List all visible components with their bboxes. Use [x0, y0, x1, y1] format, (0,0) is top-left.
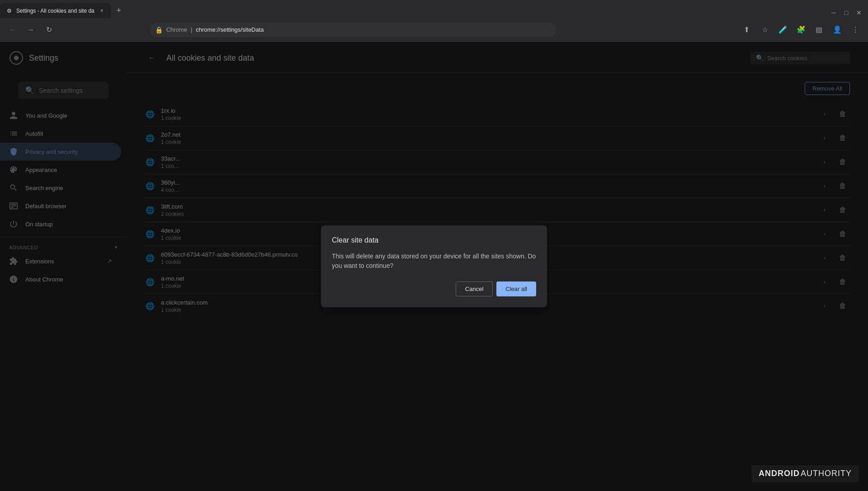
minimize-button[interactable]: ─ — [828, 7, 839, 18]
watermark: ANDROID AUTHORITY — [751, 465, 859, 482]
profile-button[interactable]: 👤 — [830, 23, 844, 37]
address-path: chrome://settings/siteData — [196, 26, 264, 33]
dialog-title: Clear site data — [332, 236, 536, 244]
clear-site-data-dialog: Clear site data This will delete any dat… — [321, 225, 547, 307]
clear-all-button[interactable]: Clear all — [496, 281, 536, 296]
tab-title: Settings - All cookies and site da — [16, 8, 94, 14]
tab-favicon: ⚙ — [5, 7, 13, 14]
bookmark-button[interactable]: ☆ — [758, 23, 772, 37]
address-separator: | — [191, 26, 192, 33]
extensions-button[interactable]: 🧩 — [794, 23, 808, 37]
dialog-overlay: Clear site data This will delete any dat… — [0, 42, 868, 491]
lock-icon: 🔒 — [155, 26, 163, 33]
sidebar-button[interactable]: ▤ — [812, 23, 826, 37]
maximize-button[interactable]: □ — [841, 7, 852, 18]
dialog-actions: Cancel Clear all — [332, 281, 536, 296]
more-button[interactable]: ⋮ — [848, 23, 863, 37]
tab-bar-right: ─ □ ✕ — [125, 7, 868, 18]
active-tab[interactable]: ⚙ Settings - All cookies and site da ✕ — [0, 3, 111, 18]
address-site: Chrome — [166, 26, 187, 33]
tab-close-button[interactable]: ✕ — [98, 7, 105, 14]
reload-button[interactable]: ↻ — [42, 23, 56, 37]
address-bar: ← → ↻ 🔒 Chrome | chrome://settings/siteD… — [0, 18, 868, 42]
back-button[interactable]: ← — [5, 23, 20, 37]
address-input-wrap[interactable]: 🔒 Chrome | chrome://settings/siteData — [150, 23, 557, 37]
forward-button[interactable]: → — [24, 23, 38, 37]
watermark-authority-text: AUTHORITY — [801, 469, 852, 478]
tab-bar: ⚙ Settings - All cookies and site da ✕ +… — [0, 0, 868, 18]
new-tab-button[interactable]: + — [113, 4, 125, 17]
cancel-button[interactable]: Cancel — [456, 281, 493, 296]
share-button[interactable]: ⬆ — [740, 23, 754, 37]
watermark-inner: ANDROID AUTHORITY — [751, 465, 859, 482]
close-window-button[interactable]: ✕ — [854, 7, 864, 18]
watermark-android-text: ANDROID — [759, 469, 800, 478]
dialog-body: This will delete any data stored on your… — [332, 252, 536, 271]
chrome-labs-button[interactable]: 🧪 — [776, 23, 790, 37]
browser-frame: ⚙ Settings - All cookies and site da ✕ +… — [0, 0, 868, 491]
toolbar-right: ⬆ ☆ 🧪 🧩 ▤ 👤 ⋮ — [740, 23, 863, 37]
